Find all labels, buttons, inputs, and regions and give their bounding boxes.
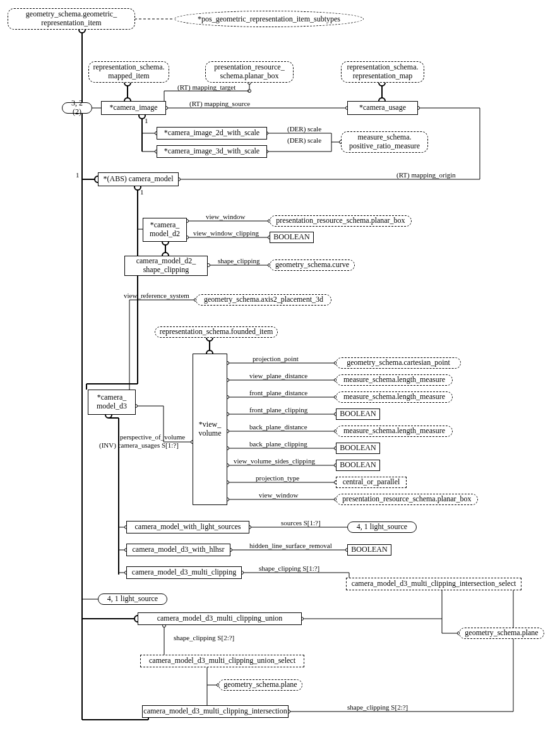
- cm-mc-is: camera_model_d3_multi_clipping_intersect…: [346, 578, 521, 590]
- lbl-mapping-source: (RT) mapping_source: [189, 100, 250, 107]
- lbl-vwc: view_window_clipping: [193, 229, 259, 237]
- axis2-3d: geometry_schema.axis2_placement_3d: [196, 294, 331, 306]
- lbl-one-c: 1: [140, 188, 144, 196]
- lbl-hlsr: hidden_line_surface_removal: [249, 542, 332, 549]
- bool-vvsc: BOOLEAN: [336, 460, 380, 471]
- cop: central_or_parallel: [336, 477, 407, 488]
- lbl-mapping-origin: (RT) mapping_origin: [396, 171, 456, 179]
- founded-item: representation_schema.founded_item: [155, 326, 278, 338]
- boolean-vwc: BOOLEAN: [270, 232, 314, 243]
- cardinal-3-2-2: 3, 2 (2): [62, 102, 92, 114]
- view-volume: *view_volume: [193, 354, 227, 505]
- ls41b: 4, 1 light_source: [98, 593, 167, 605]
- ci-3d: *camera_image_3d_with_scale: [157, 145, 267, 158]
- lbl-one-a: 1: [145, 117, 148, 124]
- lbl-fpd: front_plane_distance: [249, 389, 307, 396]
- len-m3: measure_schema.length_measure: [336, 426, 453, 437]
- lbl-sc-s1: shape_clipping S[1:?]: [259, 564, 319, 572]
- lbl-pp: projection_point: [253, 355, 299, 362]
- cm-mc-union: camera_model_d3_multi_clipping_union: [138, 612, 302, 625]
- len-m1: measure_schema.length_measure: [336, 374, 453, 386]
- lbl-invcu: (INV) camera_usages S[1:?]: [99, 441, 179, 449]
- lbl-sc-s2: shape_clipping S[2:?]: [174, 634, 234, 641]
- prs-planar-box2: presentation_resource_schema.planar_box: [270, 215, 412, 227]
- lbl-mapping-target: (RT) mapping_target: [177, 83, 235, 91]
- lbl-vrs: view_reference_system: [124, 292, 189, 299]
- ls41: 4, 1 light_source: [347, 521, 417, 533]
- lbl-vpd: view_plane_distance: [249, 372, 307, 379]
- prs-planar-box3: presentation_resource_schema.planar_box: [336, 494, 478, 505]
- geom-rep-item: geometry_schema.geometric_representation…: [8, 8, 135, 30]
- pres-planar-box: presentation_resource_schema.planar_box: [205, 61, 294, 83]
- lbl-vw2: view_window: [259, 491, 298, 499]
- pos-subtypes: *pos_geometric_representation_item_subty…: [174, 11, 364, 27]
- lbl-view-window: view_window: [206, 213, 245, 220]
- bool-fpc: BOOLEAN: [336, 408, 380, 420]
- rep-mapped-item: representation_schema.mapped_item: [88, 61, 169, 83]
- cm-mc: camera_model_d3_multi_clipping: [126, 566, 242, 579]
- lbl-pt: projection_type: [256, 474, 299, 482]
- camera-usage: *camera_usage: [347, 101, 418, 115]
- cm-mc-int: camera_model_d3_multi_clipping_intersect…: [142, 705, 289, 718]
- cm-d3: *camera_model_d3: [88, 390, 136, 415]
- cm-d2-shape: camera_model_d2_shape_clipping: [124, 256, 208, 276]
- cm-d2: *camera_model_d2: [143, 218, 187, 242]
- len-m2: measure_schema.length_measure: [336, 391, 453, 403]
- lbl-bpc: back_plane_clipping: [249, 440, 307, 448]
- lbl-shape-clipping: shape_clipping: [218, 257, 260, 265]
- lbl-sources: sources S[1:?]: [281, 519, 321, 527]
- lbl-der-scale2: (DER) scale: [287, 136, 321, 144]
- rep-map: representation_schema.representation_map: [341, 61, 424, 83]
- cm-ls: camera_model_with_light_sources: [126, 521, 249, 533]
- prm: measure_schema.positive_ratio_measure: [341, 131, 428, 153]
- plane1: geometry_schema.plane: [459, 628, 544, 639]
- cm-hlhsr: camera_model_d3_with_hlhsr: [126, 544, 230, 556]
- abs-camera-model: *(ABS) camera_model: [98, 172, 179, 186]
- lbl-one-b: 1: [76, 171, 80, 179]
- bool-hlsr: BOOLEAN: [347, 544, 391, 556]
- plane2: geometry_schema.plane: [218, 679, 302, 691]
- camera-image: *camera_image: [101, 101, 166, 115]
- curve: geometry_schema.curve: [270, 259, 355, 271]
- lbl-pov: perspective_of_volume: [120, 433, 185, 441]
- cm-mc-us: camera_model_d3_multi_clipping_union_sel…: [140, 655, 304, 667]
- lbl-vvsc: view_volume_sides_clipping: [234, 457, 315, 465]
- lbl-bpd: back_plane_distance: [249, 423, 307, 431]
- ci-2d: *camera_image_2d_with_scale: [157, 127, 267, 140]
- cart-point: geometry_schema.cartesian_point: [336, 357, 461, 369]
- lbl-der-scale1: (DER) scale: [287, 125, 321, 133]
- bool-bpc: BOOLEAN: [336, 443, 380, 454]
- lbl-sc-s2b: shape_clipping S[2:?]: [347, 703, 408, 711]
- lbl-fpc: front_plane_clipping: [249, 406, 307, 414]
